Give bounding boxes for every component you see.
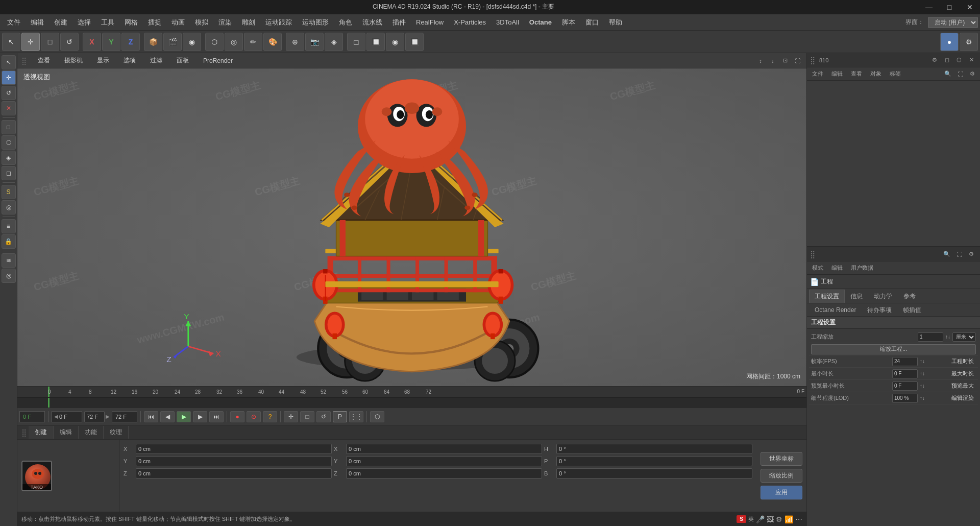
attr-tab-empty[interactable] <box>927 307 938 312</box>
project-scale-input[interactable] <box>918 332 943 342</box>
coord-z-input[interactable] <box>136 468 332 479</box>
preview-min-input[interactable] <box>892 381 918 391</box>
tool-paint[interactable]: 🎨 <box>263 33 282 51</box>
lod-input[interactable] <box>892 394 918 403</box>
coord-b-input[interactable] <box>556 468 752 479</box>
menu-animate[interactable]: 动画 <box>166 16 190 29</box>
sidebar-rotate[interactable]: ↺ <box>2 86 16 100</box>
menu-create[interactable]: 创建 <box>49 16 72 29</box>
vp-menu-display[interactable]: 显示 <box>94 55 112 66</box>
menu-octane[interactable]: Octane <box>524 16 557 28</box>
coord-y2-input[interactable] <box>346 456 542 466</box>
key-square-button[interactable]: □ <box>300 411 314 422</box>
tool-add[interactable]: ⊕ <box>286 33 304 51</box>
attr-tool-expand[interactable]: ⛶ <box>953 249 965 260</box>
tool-rotate[interactable]: ↺ <box>60 33 79 51</box>
tool-object-mode[interactable]: 📦 <box>144 33 162 51</box>
tool-polygon[interactable]: ⬡ <box>205 33 224 51</box>
coord-y-input[interactable] <box>136 456 332 466</box>
tool-edge[interactable]: ◎ <box>225 33 243 51</box>
world-coords-button[interactable]: 世界坐标 <box>761 452 802 466</box>
obj-tool-2[interactable]: ◻ <box>941 55 952 66</box>
rm-tag[interactable]: 标签 <box>887 69 904 79</box>
viewport-drag-handle[interactable]: ⣿ <box>21 57 27 65</box>
vp-menu-look[interactable]: 查看 <box>35 55 53 66</box>
menu-select[interactable]: 选择 <box>72 16 96 29</box>
rm-view[interactable]: 查看 <box>848 69 865 79</box>
tab-edit[interactable]: 编辑 <box>54 426 79 439</box>
tool-sphere-icon[interactable]: ● <box>940 33 959 51</box>
tab-texture[interactable]: 纹理 <box>104 426 129 439</box>
interface-dropdown[interactable]: 启动 (用户) <box>928 17 978 28</box>
vp-menu-filter[interactable]: 过滤 <box>147 55 165 66</box>
maximize-button[interactable]: □ <box>939 0 960 14</box>
sidebar-spline[interactable]: S <box>2 185 16 199</box>
viewport-3d[interactable]: CG模型主 CG模型主 CG模型主 CG模型主 CG模型主 CG模型主 CG模型… <box>17 68 806 386</box>
vp-icon-down[interactable]: ↓ <box>768 56 778 66</box>
attr-edit[interactable]: 编辑 <box>828 263 846 273</box>
sidebar-render[interactable]: ◎ <box>2 200 16 214</box>
key-play-loop-button[interactable]: P <box>333 411 347 422</box>
tool-y-axis[interactable]: Y <box>102 33 120 51</box>
coord-p-input[interactable] <box>556 456 752 466</box>
menu-render[interactable]: 渲染 <box>213 16 237 29</box>
tool-env[interactable]: ◉ <box>386 33 404 51</box>
menu-sculpt[interactable]: 雕刻 <box>237 16 260 29</box>
help-button[interactable]: ? <box>263 411 277 422</box>
start-frame-input[interactable] <box>59 414 80 420</box>
tool-camera[interactable]: 📷 <box>305 33 324 51</box>
menu-character[interactable]: 角色 <box>334 16 357 29</box>
tool-move[interactable]: ✛ <box>21 33 40 51</box>
tool-z-axis[interactable]: Z <box>121 33 140 51</box>
attr-tab-todo[interactable]: 待办事项 <box>862 303 897 317</box>
close-button[interactable]: ✕ <box>960 0 980 14</box>
menu-plugins[interactable]: 插件 <box>387 16 411 29</box>
motion-path-button[interactable]: ⬡ <box>370 411 384 422</box>
sidebar-magnet[interactable]: 🔒 <box>2 234 16 249</box>
obj-tool-1[interactable]: ⚙ <box>929 55 940 66</box>
prev-frame-button[interactable]: ◀ <box>160 411 175 422</box>
attr-tab-reference[interactable]: 参考 <box>898 290 921 303</box>
sidebar-edge[interactable]: ◈ <box>2 151 16 165</box>
tool-scale[interactable]: □ <box>41 33 59 51</box>
attr-userdata[interactable]: 用户数据 <box>848 263 876 273</box>
apply-button[interactable]: 应用 <box>761 486 802 499</box>
record-button[interactable]: ● <box>230 411 244 422</box>
tool-bg[interactable]: 🔲 <box>405 33 424 51</box>
tab-function[interactable]: 功能 <box>79 426 104 439</box>
attr-tab-octane[interactable]: Octane Render <box>809 304 862 316</box>
sidebar-select[interactable]: ↖ <box>2 55 16 69</box>
menu-realflow[interactable]: RealFlow <box>411 16 449 28</box>
sidebar-point[interactable]: ◻ <box>2 166 16 180</box>
vp-menu-panel[interactable]: 面板 <box>174 55 192 66</box>
tool-select[interactable]: ↖ <box>2 33 20 51</box>
tool-render-region[interactable]: 🎬 <box>163 33 182 51</box>
menu-mograph[interactable]: 运动图形 <box>297 16 334 29</box>
scale-unit-select[interactable]: 厘米 <box>952 332 976 342</box>
vp-menu-prorender[interactable]: ProRender <box>200 56 236 65</box>
sidebar-last[interactable]: ◎ <box>2 269 16 283</box>
tool-light[interactable]: ◈ <box>325 33 343 51</box>
min-dur-input[interactable] <box>892 369 918 378</box>
obj-tool-3[interactable]: ⬡ <box>953 55 965 66</box>
menu-pipeline[interactable]: 流水线 <box>357 16 387 29</box>
tool-x-axis[interactable]: X <box>83 33 101 51</box>
rm-expand[interactable]: ⛶ <box>954 68 966 80</box>
goto-end-button[interactable]: ⏭ <box>209 411 224 422</box>
sidebar-scale[interactable]: ✕ <box>2 101 16 115</box>
key-grid-button[interactable]: ⋮⋮ <box>349 411 363 422</box>
material-tako[interactable]: TAKO <box>21 461 52 491</box>
menu-mesh[interactable]: 网格 <box>119 16 143 29</box>
sidebar-null[interactable]: □ <box>2 120 16 134</box>
attr-drag-handle[interactable]: ⣿ <box>810 250 815 258</box>
end-frame-input[interactable] <box>84 411 105 422</box>
menu-motiontrack[interactable]: 运动跟踪 <box>260 16 297 29</box>
coord-x2-input[interactable] <box>346 444 542 454</box>
obj-drag-handle[interactable]: ⣿ <box>810 56 815 64</box>
tool-floor[interactable]: ◻ <box>347 33 365 51</box>
fps-input[interactable] <box>892 357 918 366</box>
key-add-button[interactable]: ✛ <box>284 411 298 422</box>
menu-xparticles[interactable]: X-Particles <box>449 16 491 28</box>
sidebar-move[interactable]: ✛ <box>2 70 16 85</box>
next-frame-button[interactable]: ▶ <box>193 411 207 422</box>
